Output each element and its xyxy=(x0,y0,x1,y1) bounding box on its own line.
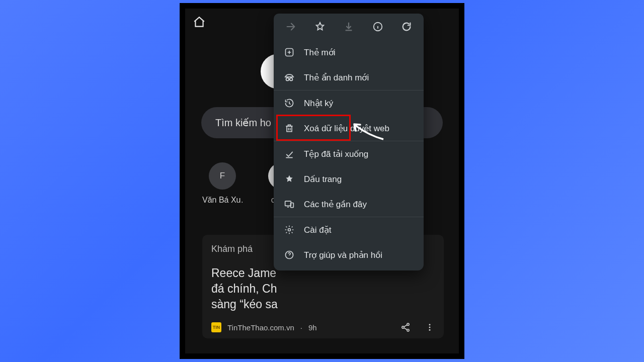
menu-downloads[interactable]: Tệp đã tải xuống xyxy=(274,141,424,166)
menu-icon-row xyxy=(274,14,424,40)
plus-square-icon xyxy=(284,47,295,58)
home-icon[interactable] xyxy=(191,14,207,30)
menu-recent-label: Các thẻ gần đây xyxy=(304,199,367,210)
phone-screen: Tìm kiếm ho F Văn Bá Xu… cache Khám phá … xyxy=(185,9,459,353)
menu-recent-tabs[interactable]: Các thẻ gần đây xyxy=(274,192,424,217)
download-icon[interactable] xyxy=(343,21,355,33)
forward-icon[interactable] xyxy=(285,21,297,33)
menu-settings-label: Cài đặt xyxy=(304,225,331,235)
phone-frame: Tìm kiếm ho F Văn Bá Xu… cache Khám phá … xyxy=(180,3,464,359)
svg-point-8 xyxy=(286,78,289,81)
menu-history[interactable]: Nhật ký xyxy=(274,90,424,116)
history-icon xyxy=(284,98,295,109)
share-icon[interactable] xyxy=(400,322,411,332)
menu-incognito-label: Thẻ ẩn danh mới xyxy=(304,72,369,83)
star-icon[interactable] xyxy=(314,21,326,33)
tile-0-label: Văn Bá Xu… xyxy=(202,196,243,205)
article-source: TinTheThao.com.vn xyxy=(227,323,294,332)
dot-sep: · xyxy=(300,323,302,332)
menu-downloads-label: Tệp đã tải xuống xyxy=(304,149,368,159)
menu-new-tab[interactable]: Thẻ mới xyxy=(274,40,424,65)
download-done-icon xyxy=(284,148,295,159)
svg-point-9 xyxy=(290,78,293,81)
star-fill-icon xyxy=(284,173,295,185)
article-meta: TIN TinTheThao.com.vn · 9h xyxy=(211,322,435,332)
reload-icon[interactable] xyxy=(400,21,413,33)
overflow-menu: Thẻ mới Thẻ ẩn danh mới Nhật ký Xoá xyxy=(274,14,424,270)
svg-point-5 xyxy=(429,329,431,331)
menu-history-label: Nhật ký xyxy=(304,98,333,109)
menu-bookmarks[interactable]: Dấu trang xyxy=(274,166,424,192)
article-time: 9h xyxy=(308,323,317,332)
incognito-icon xyxy=(284,72,295,83)
search-placeholder: Tìm kiếm ho xyxy=(215,117,271,129)
menu-help-label: Trợ giúp và phản hồi xyxy=(304,250,382,260)
svg-point-4 xyxy=(429,327,431,328)
tile-0[interactable]: F Văn Bá Xu… xyxy=(202,162,243,205)
menu-help[interactable]: Trợ giúp và phản hồi xyxy=(274,242,424,267)
svg-rect-11 xyxy=(285,201,291,206)
svg-point-3 xyxy=(429,324,431,325)
help-icon xyxy=(284,249,295,260)
favicon-icon: TIN xyxy=(211,322,221,332)
article-title: Reece Jame đá chính, Ch sàng “kéo sa xyxy=(211,265,435,312)
menu-new-tab-label: Thẻ mới xyxy=(304,47,336,58)
menu-settings[interactable]: Cài đặt xyxy=(274,217,424,242)
trash-icon xyxy=(284,123,295,134)
menu-clear-label: Xoá dữ liệu duyệt web xyxy=(304,123,389,134)
more-vert-icon[interactable] xyxy=(425,322,435,332)
gear-icon xyxy=(284,224,295,235)
tile-0-badge: F xyxy=(220,171,225,181)
svg-rect-10 xyxy=(287,126,292,132)
menu-incognito[interactable]: Thẻ ẩn danh mới xyxy=(274,65,424,90)
menu-clear-data[interactable]: Xoá dữ liệu duyệt web xyxy=(274,116,424,141)
svg-point-13 xyxy=(288,229,291,231)
menu-bookmarks-label: Dấu trang xyxy=(304,174,342,185)
devices-icon xyxy=(284,199,295,210)
info-icon[interactable] xyxy=(372,21,384,33)
